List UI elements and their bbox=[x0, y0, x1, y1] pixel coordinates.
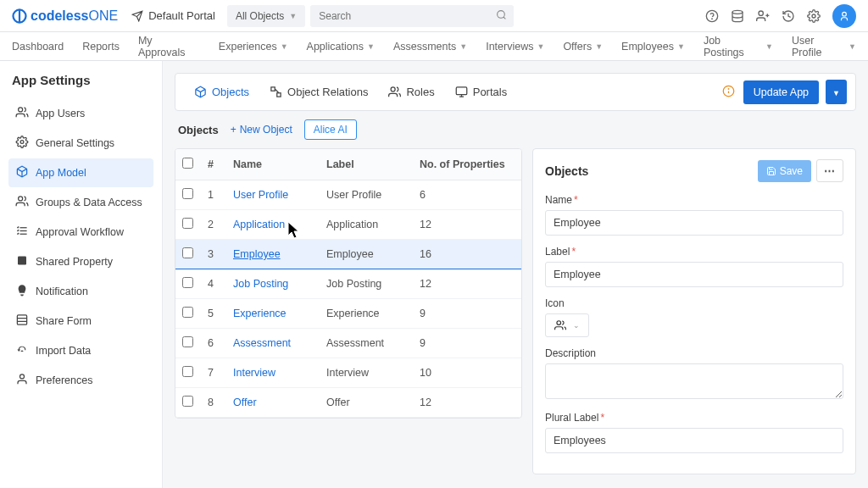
sidebar-item-notification[interactable]: Notification bbox=[8, 277, 153, 306]
search-input[interactable] bbox=[310, 5, 514, 27]
label-field[interactable] bbox=[545, 262, 843, 287]
sidebar-icon bbox=[15, 106, 29, 121]
alice-ai-button[interactable]: Alice AI bbox=[304, 119, 357, 140]
sidebar-item-app-users[interactable]: App Users bbox=[8, 99, 153, 128]
svg-point-11 bbox=[843, 12, 847, 16]
col-props: No. of Properties bbox=[413, 149, 521, 180]
select-all-checkbox[interactable] bbox=[182, 158, 193, 169]
row-name-link[interactable]: Job Posting bbox=[233, 278, 288, 290]
row-checkbox[interactable] bbox=[182, 277, 193, 288]
sidebar-item-shared-property[interactable]: Shared Property bbox=[8, 247, 153, 276]
row-checkbox[interactable] bbox=[182, 366, 193, 377]
table-row[interactable]: 2ApplicationApplication12 bbox=[175, 210, 521, 240]
table-row[interactable]: 8OfferOffer12 bbox=[175, 388, 521, 418]
row-name-link[interactable]: Interview bbox=[233, 367, 275, 379]
nav-item-user-profile[interactable]: User Profile▼ bbox=[792, 35, 856, 58]
search-icon[interactable] bbox=[496, 9, 507, 23]
tab-roles[interactable]: Roles bbox=[378, 79, 444, 105]
more-button[interactable]: ⋯ bbox=[816, 159, 843, 182]
row-name-link[interactable]: Experience bbox=[233, 308, 287, 319]
tab-objects[interactable]: Objects bbox=[184, 79, 259, 105]
relations-icon bbox=[270, 86, 282, 98]
nav-item-experiences[interactable]: Experiences▼ bbox=[219, 41, 288, 53]
svg-point-15 bbox=[19, 197, 23, 201]
add-user-icon[interactable] bbox=[756, 9, 770, 23]
col-name: Name bbox=[226, 149, 320, 180]
sidebar-item-label: Share Form bbox=[36, 315, 92, 327]
row-checkbox[interactable] bbox=[182, 218, 193, 229]
sidebar-item-label: App Model bbox=[36, 167, 86, 179]
row-number: 5 bbox=[201, 299, 226, 329]
nav-item-assessments[interactable]: Assessments▼ bbox=[393, 41, 467, 53]
gear-icon[interactable] bbox=[807, 9, 821, 23]
row-name-link[interactable]: Application bbox=[233, 219, 285, 230]
svg-point-2 bbox=[498, 10, 505, 18]
sidebar-item-share-form[interactable]: Share Form bbox=[8, 307, 153, 336]
plural-field[interactable] bbox=[545, 428, 843, 453]
sidebar-item-import-data[interactable]: Import Data bbox=[8, 336, 153, 365]
table-row[interactable]: 6AssessmentAssessment9 bbox=[175, 329, 521, 358]
row-number: 1 bbox=[201, 180, 226, 210]
table-row[interactable]: 1User ProfileUser Profile6 bbox=[175, 180, 521, 210]
chevron-down-icon: ▼ bbox=[677, 42, 685, 51]
nav-item-interviews[interactable]: Interviews▼ bbox=[486, 41, 544, 53]
row-checkbox[interactable] bbox=[182, 336, 193, 347]
row-label: Job Posting bbox=[320, 269, 413, 299]
sidebar-item-preferences[interactable]: Preferences bbox=[8, 366, 153, 395]
table-row[interactable]: 7InterviewInterview10 bbox=[175, 358, 521, 388]
sidebar: App Settings App UsersGeneral SettingsAp… bbox=[0, 61, 163, 488]
tab-object-relations[interactable]: Object Relations bbox=[259, 79, 378, 105]
table-row[interactable]: 5ExperienceExperience9 bbox=[175, 299, 521, 329]
plus-icon: + bbox=[231, 124, 236, 136]
row-number: 2 bbox=[201, 210, 226, 240]
svg-rect-29 bbox=[456, 87, 467, 95]
help-icon[interactable] bbox=[705, 9, 719, 23]
tab-portals[interactable]: Portals bbox=[445, 79, 517, 105]
svg-point-28 bbox=[392, 87, 396, 92]
nav-item-employees[interactable]: Employees▼ bbox=[621, 41, 685, 53]
database-icon[interactable] bbox=[731, 9, 744, 23]
icon-label: Icon bbox=[545, 297, 843, 309]
name-field[interactable] bbox=[545, 210, 843, 236]
users-icon bbox=[388, 86, 401, 98]
save-icon bbox=[766, 166, 776, 176]
nav-item-dashboard[interactable]: Dashboard bbox=[12, 41, 64, 53]
nav-item-reports[interactable]: Reports bbox=[82, 41, 120, 53]
row-checkbox[interactable] bbox=[182, 307, 193, 318]
row-name-link[interactable]: Employee bbox=[233, 248, 281, 260]
update-app-button[interactable]: Update App bbox=[743, 80, 819, 104]
plural-label: Plural Label* bbox=[545, 412, 843, 424]
table-row[interactable]: 3EmployeeEmployee16 bbox=[175, 240, 521, 269]
nav-item-offers[interactable]: Offers▼ bbox=[563, 41, 603, 53]
brand-logo[interactable]: codelessONE bbox=[12, 8, 118, 24]
table-row[interactable]: 4Job PostingJob Posting12 bbox=[175, 269, 521, 299]
brand-icon bbox=[12, 8, 27, 24]
icon-selector[interactable]: ⌄ bbox=[545, 313, 589, 337]
description-field[interactable] bbox=[545, 363, 843, 399]
history-icon[interactable] bbox=[782, 9, 795, 23]
row-props: 9 bbox=[413, 329, 521, 358]
main: Objects Object Relations Roles Portals U… bbox=[163, 61, 868, 488]
sidebar-item-label: App Users bbox=[36, 108, 85, 119]
portal-selector[interactable]: Default Portal bbox=[131, 9, 215, 22]
row-checkbox[interactable] bbox=[182, 188, 193, 199]
info-icon[interactable] bbox=[722, 85, 735, 100]
nav-item-my-approvals[interactable]: My Approvals bbox=[138, 35, 200, 58]
row-name-link[interactable]: User Profile bbox=[233, 189, 288, 201]
sidebar-item-label: Shared Property bbox=[36, 256, 113, 268]
nav-item-applications[interactable]: Applications▼ bbox=[307, 41, 375, 53]
sidebar-item-app-model[interactable]: App Model bbox=[8, 158, 153, 187]
sidebar-item-general-settings[interactable]: General Settings bbox=[8, 129, 153, 158]
object-filter-dropdown[interactable]: All Objects ▼ bbox=[227, 5, 305, 27]
update-app-dropdown[interactable]: ▼ bbox=[826, 80, 847, 104]
row-name-link[interactable]: Assessment bbox=[233, 337, 291, 349]
nav-item-job-postings[interactable]: Job Postings▼ bbox=[704, 35, 773, 58]
row-name-link[interactable]: Offer bbox=[233, 396, 257, 408]
row-checkbox[interactable] bbox=[182, 247, 193, 258]
sidebar-item-groups-data-access[interactable]: Groups & Data Access bbox=[8, 188, 153, 217]
new-object-button[interactable]: +New Object bbox=[231, 124, 292, 136]
save-button[interactable]: Save bbox=[758, 160, 811, 182]
row-checkbox[interactable] bbox=[182, 396, 193, 407]
sidebar-item-approval-workflow[interactable]: Approval Workflow bbox=[8, 218, 153, 247]
avatar[interactable] bbox=[832, 4, 856, 28]
